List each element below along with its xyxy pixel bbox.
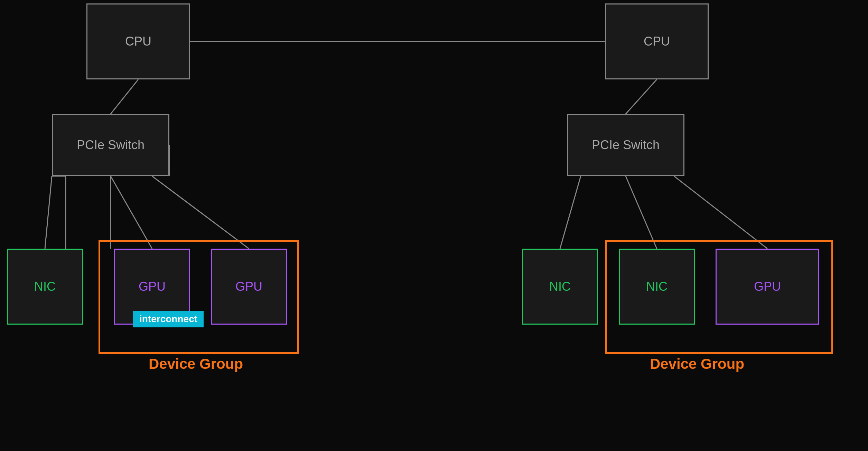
nic3-label: NIC [646,279,668,294]
svg-line-15 [674,176,767,249]
gpu3-label: GPU [754,279,781,294]
device-group-2-label: Device Group [650,356,744,372]
nic1-box: NIC [7,249,83,325]
svg-line-8 [152,176,249,249]
cpu1-label: CPU [125,34,151,49]
gpu2-box: GPU [211,249,287,325]
svg-line-1 [111,79,138,114]
gpu2-label: GPU [235,279,262,294]
cpu2-label: CPU [644,34,670,49]
gpu1-label: GPU [139,279,166,294]
svg-line-2 [626,79,657,114]
pcie2-label: PCIe Switch [592,138,660,152]
diagram: CPU CPU PCIe Switch PCIe Switch NIC GPU … [0,0,868,451]
pcie2-box: PCIe Switch [567,114,684,176]
cpu2-box: CPU [605,3,709,79]
nic1-label: NIC [34,279,56,294]
svg-line-5 [45,176,52,249]
svg-line-13 [560,176,581,249]
device-group-1-label: Device Group [149,356,243,372]
svg-line-14 [626,176,657,249]
nic3-box: NIC [619,249,695,325]
pcie1-label: PCIe Switch [77,138,144,152]
pcie1-box: PCIe Switch [52,114,169,176]
nic2-label: NIC [549,279,571,294]
gpu3-box: GPU [716,249,819,325]
nic2-box: NIC [522,249,598,325]
cpu1-box: CPU [86,3,190,79]
svg-line-6 [111,176,152,249]
interconnect-badge: interconnect [133,311,204,327]
